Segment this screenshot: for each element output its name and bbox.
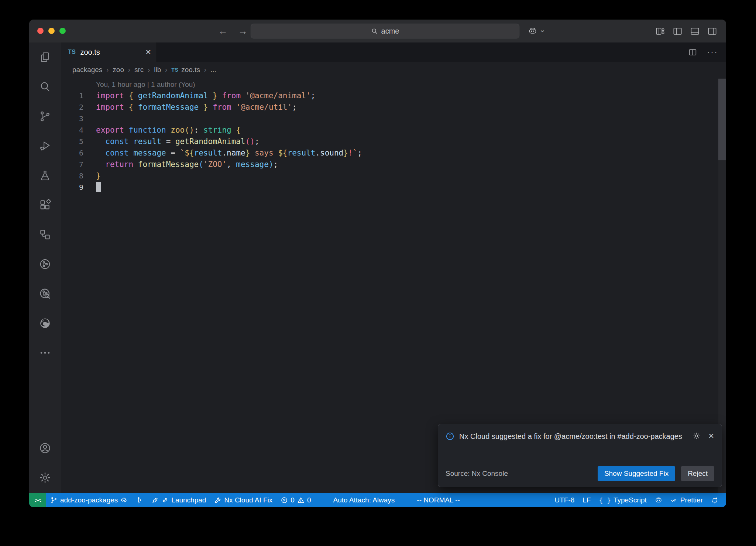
breadcrumb-item[interactable]: TSzoo.ts <box>171 66 200 74</box>
notification-settings-gear-icon[interactable] <box>693 432 701 440</box>
statusbar-eol[interactable]: LF <box>578 493 595 507</box>
breadcrumb-item[interactable]: ... <box>210 66 216 74</box>
layout-customize-icon[interactable] <box>655 26 665 36</box>
notification-close-icon[interactable]: ✕ <box>708 431 714 440</box>
code-text: import { getRandomAnimal } from '@acme/a… <box>96 90 315 102</box>
code-text: export function zoo(): string { <box>96 124 241 136</box>
code-text: return formatMessage('ZOO', message); <box>96 159 278 170</box>
command-center-search[interactable]: acme <box>251 24 519 38</box>
activity-nx-circle-icon[interactable] <box>36 255 54 273</box>
code-text: } <box>96 170 101 182</box>
breadcrumb-item[interactable]: src <box>134 66 144 74</box>
notification-toast: Nx Cloud suggested a fix for @acme/zoo:t… <box>438 424 722 487</box>
line-number[interactable]: 5 <box>61 136 83 147</box>
statusbar-label: -- NORMAL -- <box>417 496 460 504</box>
code-line-5: 5 const result = getRandomAnimal(); <box>61 136 726 147</box>
code-text: import { formatMessage } from '@acme/uti… <box>96 102 297 113</box>
line-number[interactable]: 3 <box>61 113 83 124</box>
zoom-button[interactable] <box>59 28 66 34</box>
activity-extensions-icon[interactable] <box>36 196 54 214</box>
double-check-icon <box>670 496 678 504</box>
warning-icon <box>297 496 305 504</box>
forward-icon[interactable]: → <box>238 25 248 37</box>
breadcrumb-item[interactable]: zoo <box>113 66 124 74</box>
activity-files-icon[interactable] <box>36 48 54 66</box>
copilot-icon <box>655 496 662 504</box>
editor-more-actions-icon[interactable]: ··· <box>707 50 718 54</box>
line-number[interactable]: 9 <box>61 182 83 193</box>
statusbar-launchpad[interactable]: Launchpad <box>147 493 210 507</box>
remote-indicator[interactable]: >< <box>29 493 46 507</box>
line-number[interactable]: 2 <box>61 102 83 113</box>
statusbar-label: Auto Attach: Always <box>333 496 395 504</box>
activity-source-control-icon[interactable] <box>36 108 54 125</box>
breadcrumb: packages›zoo›src›lib›TSzoo.ts›... <box>61 62 726 78</box>
line-number[interactable]: 4 <box>61 124 83 136</box>
breadcrumb-label: ... <box>210 66 216 74</box>
statusbar-prettier[interactable]: Prettier <box>666 493 707 507</box>
statusbar-notifications[interactable] <box>707 493 722 507</box>
statusbar-label: UTF-8 <box>554 496 574 504</box>
typescript-file-icon: TS <box>68 49 76 55</box>
breadcrumb-item[interactable]: packages <box>72 66 102 74</box>
blame-annotation: You, 1 hour ago | 1 author (You) <box>61 79 726 90</box>
tab-bar: TS zoo.ts ✕ ··· <box>61 42 726 62</box>
notification-source: Source: Nx Console <box>446 470 508 478</box>
code-text: const result = getRandomAnimal(); <box>96 136 260 147</box>
activity-search-icon[interactable] <box>36 78 54 96</box>
line-number[interactable]: 7 <box>61 159 83 170</box>
layout-sidebar-icon[interactable] <box>673 26 683 36</box>
statusbar-nx-cloud-ai-fix[interactable]: Nx Cloud AI Fix <box>210 493 276 507</box>
activity-debug-icon[interactable] <box>36 137 54 155</box>
activity-edge-icon[interactable] <box>36 314 54 332</box>
breadcrumb-item[interactable]: lib <box>154 66 161 74</box>
line-number[interactable]: 6 <box>61 147 83 159</box>
statusbar-vim-mode[interactable]: -- NORMAL -- <box>413 493 464 507</box>
activity-ellipsis-icon[interactable] <box>36 344 54 362</box>
tab-label: zoo.ts <box>80 48 100 57</box>
branch-icon <box>50 496 58 504</box>
layout-panel-icon[interactable] <box>690 26 700 36</box>
activity-settings-gear-icon[interactable] <box>36 469 54 487</box>
reject-button[interactable]: Reject <box>681 466 714 481</box>
close-tab-icon[interactable]: ✕ <box>145 48 151 57</box>
statusbar-pipeline[interactable] <box>132 493 147 507</box>
error-icon <box>281 496 288 504</box>
statusbar-auto-attach[interactable]: Auto Attach: Always <box>329 493 399 507</box>
breadcrumb-separator: › <box>148 66 150 74</box>
split-editor-icon[interactable] <box>688 48 697 57</box>
tab-zoo-ts[interactable]: TS zoo.ts ✕ <box>61 42 157 62</box>
breadcrumb-label: lib <box>154 66 161 74</box>
window-controls <box>37 28 66 34</box>
statusbar-language[interactable]: { }TypeScript <box>595 493 650 507</box>
line-number[interactable]: 8 <box>61 170 83 182</box>
statusbar-branch[interactable]: add-zoo-packages <box>46 493 132 507</box>
statusbar-label: LF <box>583 496 591 504</box>
code-line-7: 7 return formatMessage('ZOO', message); <box>61 159 726 170</box>
cloud-upload-icon <box>120 496 128 504</box>
breadcrumb-label: zoo <box>113 66 124 74</box>
close-button[interactable] <box>37 28 44 34</box>
back-icon[interactable]: ← <box>218 25 228 37</box>
activity-gitlens-icon[interactable] <box>36 285 54 303</box>
commit-icon <box>136 496 143 504</box>
statusbar-copilot[interactable] <box>651 493 666 507</box>
activity-bar <box>29 42 61 493</box>
statusbar-problems[interactable]: 00 <box>276 493 315 507</box>
scrollbar-thumb[interactable] <box>718 79 726 160</box>
show-suggested-fix-button[interactable]: Show Suggested Fix <box>598 466 675 481</box>
statusbar-encoding[interactable]: UTF-8 <box>550 493 578 507</box>
breadcrumb-label: zoo.ts <box>181 66 200 74</box>
rocket-icon <box>151 496 159 504</box>
breadcrumb-separator: › <box>165 66 167 74</box>
statusbar-label: { } <box>599 496 611 504</box>
minimize-button[interactable] <box>48 28 55 34</box>
copilot-icon[interactable] <box>528 27 537 35</box>
info-icon <box>446 430 454 441</box>
activity-beaker-icon[interactable] <box>36 167 54 184</box>
line-number[interactable]: 1 <box>61 90 83 102</box>
layout-sidebar-right-icon[interactable] <box>707 26 717 36</box>
activity-account-icon[interactable] <box>36 439 54 457</box>
activity-remote-squares-icon[interactable] <box>36 226 54 243</box>
chevron-down-icon[interactable]: ⌄ <box>539 25 546 34</box>
